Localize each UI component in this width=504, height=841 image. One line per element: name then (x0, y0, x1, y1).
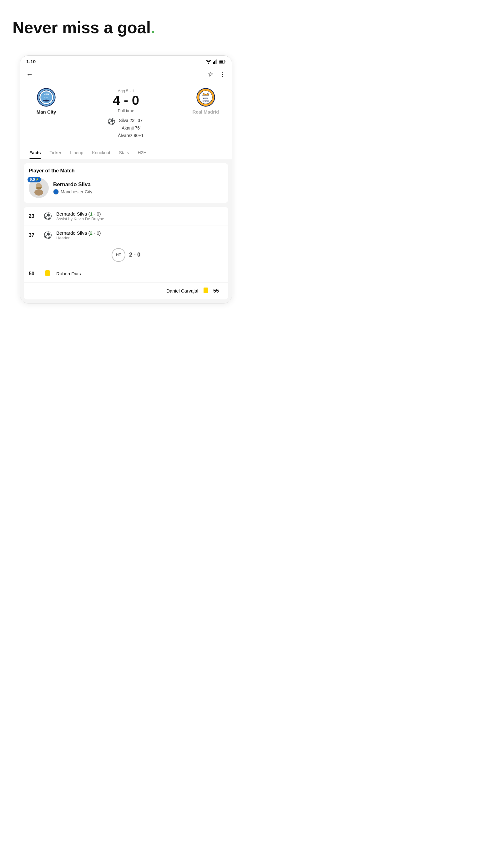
favorite-button[interactable]: ☆ (208, 70, 214, 78)
yellow-card-icon-55 (203, 287, 208, 293)
back-button[interactable]: ← (25, 69, 34, 80)
halftime-row: HT 2 - 0 (24, 245, 228, 265)
event-icon-yellow-50 (43, 270, 52, 278)
svg-rect-3 (215, 60, 216, 64)
player-face-icon (31, 180, 46, 195)
tab-stats[interactable]: Stats (115, 146, 133, 159)
event-icon-goal-23: ⚽ (43, 212, 52, 220)
main-score: 4 - 0 (113, 94, 139, 107)
event-details-37: Bernardo Silva (2 - 0) Header (56, 230, 223, 240)
svg-rect-2 (214, 61, 215, 64)
top-bar-right: ☆ ⋮ (208, 70, 226, 78)
man-city-badge: MAN CITY (37, 88, 56, 107)
tab-facts[interactable]: Facts (25, 146, 45, 159)
away-team-logo: REAL MADRID (196, 87, 216, 107)
tabs: Facts Ticker Lineup Knockout Stats H2H (20, 146, 232, 159)
top-bar: ← ☆ ⋮ (20, 67, 232, 82)
ht-badge: HT (112, 248, 125, 262)
event-row-23: 23 ⚽ Bernardo Silva (1 - 0) Assist by Ke… (24, 207, 228, 226)
tab-lineup[interactable]: Lineup (66, 146, 88, 159)
event-icon-yellow-55 (201, 287, 210, 295)
event-minute-37: 37 (29, 232, 39, 238)
tab-h2h[interactable]: H2H (133, 146, 151, 159)
real-madrid-badge: REAL MADRID (196, 88, 215, 107)
event-row-55: Daniel Carvajal 55 (24, 282, 228, 299)
tab-ticker[interactable]: Ticker (45, 146, 66, 159)
teams-row: MAN CITY Man City Agg 5 - 1 4 - 0 Full t… (28, 87, 224, 115)
event-player-50: Ruben Dias (56, 271, 223, 276)
wifi-icon (206, 59, 211, 64)
svg-point-17 (34, 189, 43, 195)
potm-title: Player of the Match (29, 168, 223, 174)
svg-point-0 (208, 63, 209, 64)
svg-text:MAN: MAN (43, 93, 49, 96)
event-minute-23: 23 (29, 213, 39, 219)
events-card: 23 ⚽ Bernardo Silva (1 - 0) Assist by Ke… (24, 207, 228, 299)
svg-rect-4 (216, 59, 217, 64)
event-minute-55: 55 (213, 288, 223, 294)
event-player-37: Bernardo Silva (2 - 0) (56, 230, 223, 235)
battery-icon (219, 60, 226, 64)
event-type-37: Header (56, 235, 223, 240)
score-section: Agg 5 - 1 4 - 0 Full time (113, 89, 139, 113)
event-assist-23: Assist by Kevin De Bruyne (56, 216, 223, 221)
event-player-23: Bernardo Silva (1 - 0) (56, 211, 223, 216)
status-time: 1:10 (26, 59, 36, 64)
svg-text:MADRID: MADRID (203, 100, 209, 102)
svg-rect-6 (219, 60, 223, 63)
more-options-button[interactable]: ⋮ (219, 70, 226, 78)
event-minute-50: 50 (29, 271, 39, 277)
club-badge-icon (53, 189, 59, 195)
status-bar: 1:10 (20, 56, 232, 67)
away-team-name: Real Madrid (192, 109, 219, 115)
goals-list: Silva 23', 37' Akanji 76' Álvarez 90+1' (118, 117, 144, 139)
hero-title: Never miss a goal. (13, 19, 239, 37)
tab-knockout[interactable]: Knockout (88, 146, 114, 159)
svg-text:REAL: REAL (203, 97, 209, 100)
home-team: MAN CITY Man City (28, 87, 65, 115)
content-area: Player of the Match (20, 159, 232, 303)
aggregate-score: Agg 5 - 1 (118, 89, 134, 93)
status-icons (206, 59, 226, 64)
goals-row: ⚽ Silva 23', 37' Akanji 76' Álvarez 90+1… (28, 115, 224, 140)
home-team-logo: MAN CITY (36, 87, 56, 107)
goal-ball-icon: ⚽ (108, 118, 115, 125)
event-row-37: 37 ⚽ Bernardo Silva (2 - 0) Header (24, 226, 228, 245)
potm-player: 9.0 ★ Bernardo Silva Manchester City (29, 178, 223, 198)
svg-rect-1 (213, 62, 214, 64)
signal-icon (213, 59, 217, 64)
match-header: MAN CITY Man City Agg 5 - 1 4 - 0 Full t… (20, 82, 232, 144)
player-name: Bernardo Silva (53, 181, 92, 188)
match-status: Full time (118, 108, 134, 113)
away-team: REAL MADRID Real Madrid (187, 87, 224, 115)
potm-card: Player of the Match (24, 163, 228, 203)
player-info: Bernardo Silva Manchester City (53, 181, 92, 195)
svg-text:CITY: CITY (44, 97, 49, 98)
event-row-50: 50 Ruben Dias (24, 265, 228, 282)
event-player-55: Daniel Carvajal (166, 288, 198, 294)
player-club: Manchester City (53, 189, 92, 195)
home-team-name: Man City (37, 109, 56, 115)
player-avatar-wrap: 9.0 ★ (29, 178, 49, 198)
yellow-card-icon (45, 270, 50, 276)
phone-mockup: 1:10 (20, 55, 232, 303)
event-details-23: Bernardo Silva (1 - 0) Assist by Kevin D… (56, 211, 223, 221)
ht-score: 2 - 0 (129, 251, 140, 258)
event-icon-goal-37: ⚽ (43, 231, 52, 239)
rating-badge: 9.0 ★ (28, 177, 41, 182)
svg-point-20 (36, 187, 41, 189)
event-details-50: Ruben Dias (56, 271, 223, 276)
